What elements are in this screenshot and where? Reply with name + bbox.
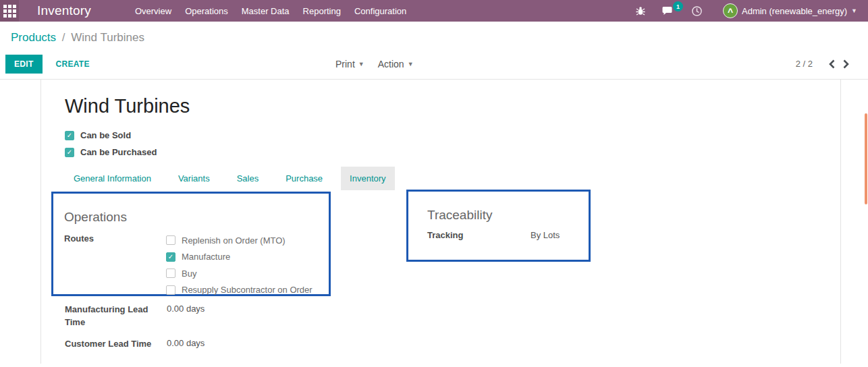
- tab-variants[interactable]: Variants: [169, 167, 219, 190]
- manufacturing-lead-time-field: Manufacturing Lead Time 0.00 days: [65, 303, 205, 329]
- edit-button[interactable]: EDIT: [5, 55, 43, 74]
- can-be-purchased-label: Can be Purchased: [80, 147, 157, 157]
- menu-configuration[interactable]: Configuration: [354, 6, 406, 16]
- can-be-sold-label: Can be Sold: [80, 130, 131, 140]
- customer-lead-time-label: Customer Lead Time: [65, 337, 159, 350]
- route-replenish-mto-label: Replenish on Order (MTO): [182, 235, 286, 246]
- breadcrumb-current: Wind Turbines: [71, 31, 144, 44]
- route-resupply-subcontractor-checkbox[interactable]: [166, 285, 175, 295]
- chevron-down-icon: ▼: [358, 61, 364, 67]
- route-buy-label: Buy: [182, 269, 196, 279]
- tracking-value: By Lots: [531, 230, 560, 240]
- pager-value: 2 / 2: [796, 59, 813, 69]
- pager-next-icon[interactable]: [839, 58, 853, 70]
- user-menu[interactable]: ^ Admin (renewable_energy) ▼: [723, 3, 857, 18]
- top-navbar: Inventory Overview Operations Master Dat…: [0, 0, 868, 22]
- tracking-label: Tracking: [427, 230, 531, 240]
- route-buy-row: Buy: [166, 265, 313, 282]
- chevron-down-icon: ▼: [851, 7, 857, 14]
- customer-lead-time-value: 0.00 days: [167, 337, 205, 350]
- user-name: Admin (renewable_energy): [742, 6, 847, 16]
- apps-menu-button[interactable]: [0, 0, 19, 22]
- routes-list: Replenish on Order (MTO) Manufacture Buy…: [166, 232, 313, 298]
- inventory-product-page: Inventory Overview Operations Master Dat…: [0, 0, 868, 367]
- operations-heading: Operations: [64, 210, 329, 225]
- tab-general-information[interactable]: General Information: [65, 167, 160, 190]
- operations-annotation-box: Operations Routes Replenish on Order (MT…: [51, 192, 331, 296]
- vertical-scrollbar-thumb[interactable]: [865, 113, 867, 204]
- route-replenish-mto-checkbox[interactable]: [166, 235, 175, 245]
- route-buy-checkbox[interactable]: [166, 269, 175, 278]
- can-be-sold-checkbox[interactable]: [65, 131, 74, 140]
- tab-purchase[interactable]: Purchase: [277, 167, 331, 190]
- route-manufacture-checkbox[interactable]: [166, 252, 175, 262]
- route-resupply-subcontractor-label: Resupply Subcontractor on Order: [182, 285, 313, 295]
- manufacturing-lead-time-label: Manufacturing Lead Time: [65, 303, 159, 329]
- can-be-sold-row: Can be Sold: [65, 127, 840, 144]
- routes-field: Routes Replenish on Order (MTO) Manufact…: [64, 232, 329, 298]
- breadcrumb-separator: /: [62, 31, 65, 44]
- route-manufacture-label: Manufacture: [182, 252, 230, 262]
- menu-operations[interactable]: Operations: [185, 6, 228, 16]
- activities-clock-icon[interactable]: [691, 5, 703, 17]
- chevron-down-icon: ▼: [408, 61, 414, 67]
- control-panel-actions: Print▼ Action▼: [335, 59, 414, 69]
- route-resupply-subcontractor-row: Resupply Subcontractor on Order: [166, 282, 313, 299]
- routes-label: Routes: [64, 232, 166, 298]
- control-panel: EDIT CREATE Print▼ Action▼ 2 / 2: [0, 49, 868, 80]
- customer-lead-time-field: Customer Lead Time 0.00 days: [65, 337, 205, 350]
- can-be-purchased-row: Can be Purchased: [65, 144, 840, 161]
- product-title: Wind Turbines: [65, 94, 840, 118]
- menu-master-data[interactable]: Master Data: [242, 6, 290, 16]
- traceability-heading: Traceability: [427, 208, 589, 223]
- avatar: ^: [723, 3, 738, 18]
- can-be-purchased-checkbox[interactable]: [65, 148, 74, 157]
- tab-sales[interactable]: Sales: [228, 167, 268, 190]
- breadcrumb: Products / Wind Turbines: [0, 22, 868, 45]
- action-dropdown[interactable]: Action▼: [378, 59, 414, 69]
- product-flags: Can be Sold Can be Purchased: [65, 127, 840, 161]
- apps-grid-icon: [3, 5, 16, 18]
- topbar-right: 1 ^ Admin (renewable_energy) ▼: [635, 3, 857, 18]
- route-replenish-mto-row: Replenish on Order (MTO): [166, 232, 313, 249]
- app-name[interactable]: Inventory: [37, 3, 91, 18]
- pager: 2 / 2: [796, 58, 853, 70]
- menu-overview[interactable]: Overview: [135, 6, 171, 16]
- manufacturing-lead-time-value: 0.00 days: [167, 303, 205, 329]
- breadcrumb-products-link[interactable]: Products: [11, 31, 56, 44]
- notebook-tabs: General Information Variants Sales Purch…: [65, 167, 840, 190]
- messages-chat-icon[interactable]: 1: [662, 5, 675, 16]
- top-menu: Overview Operations Master Data Reportin…: [135, 6, 406, 16]
- pager-previous-icon[interactable]: [825, 58, 839, 70]
- traceability-annotation-box: Traceability Tracking By Lots: [406, 190, 591, 262]
- debug-bug-icon[interactable]: [635, 5, 646, 16]
- menu-reporting[interactable]: Reporting: [303, 6, 341, 16]
- lead-times-group: Manufacturing Lead Time 0.00 days Custom…: [65, 303, 205, 359]
- create-button[interactable]: CREATE: [56, 59, 90, 69]
- tracking-field: Tracking By Lots: [427, 230, 589, 240]
- message-count-badge: 1: [673, 1, 683, 11]
- tab-inventory[interactable]: Inventory: [341, 167, 394, 190]
- print-dropdown[interactable]: Print▼: [335, 59, 364, 69]
- product-form-sheet: Wind Turbines Can be Sold Can be Purchas…: [40, 80, 841, 364]
- route-manufacture-row: Manufacture: [166, 249, 313, 266]
